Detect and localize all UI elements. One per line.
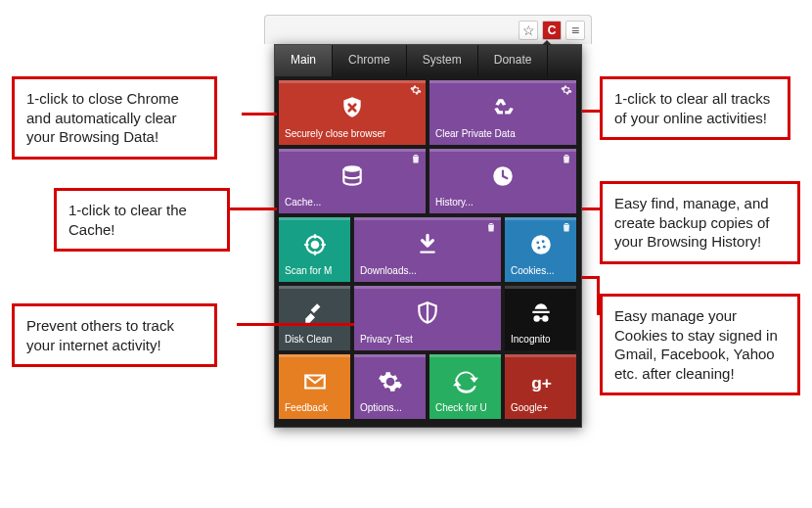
gear-icon[interactable] [410, 84, 422, 96]
callout-clear-cache: 1-click to clear the Cache! [54, 188, 230, 252]
tile-securely-close-browser[interactable]: Securely close browser [279, 80, 426, 145]
connector [582, 110, 600, 113]
callout-history: Easy find, manage, and create backup cop… [600, 181, 800, 264]
refresh-icon [435, 360, 495, 402]
broom-icon [285, 292, 344, 334]
database-icon [285, 155, 420, 197]
tab-main[interactable]: Main [275, 45, 333, 76]
googleplus-icon: g+ [511, 360, 570, 402]
tile-label: Privacy Test [360, 334, 495, 345]
tile-grid: Securely close browser Clear Private Dat… [275, 76, 581, 423]
tile-history[interactable]: History... [429, 149, 576, 213]
callout-clear-tracks: 1-click to clear all tracks of your onli… [600, 76, 790, 140]
trash-icon[interactable] [561, 153, 572, 164]
tile-label: Google+ [511, 402, 570, 413]
svg-point-5 [536, 241, 539, 244]
callout-close-chrome: 1-click to close Chrome and automaticall… [12, 76, 217, 160]
tile-scan-malware[interactable]: Scan for M [279, 217, 350, 282]
trash-icon[interactable] [561, 221, 572, 233]
tile-label: Clear Private Data [435, 128, 570, 139]
svg-point-7 [542, 245, 545, 248]
tab-chrome[interactable]: Chrome [333, 45, 407, 76]
tile-label: Disk Clean [285, 334, 344, 345]
tile-label: Incognito [511, 334, 570, 345]
callout-prevent-track: Prevent others to track your internet ac… [12, 303, 217, 367]
callout-cookies: Easy manage your Cookies to stay signed … [600, 294, 800, 395]
tile-label: Feedback [285, 402, 344, 413]
extension-popup: Main Chrome System Donate Securely close… [274, 44, 582, 428]
tile-label: Downloads... [360, 265, 495, 276]
tab-donate[interactable]: Donate [478, 45, 549, 76]
tile-cache[interactable]: Cache... [279, 149, 426, 213]
menu-icon[interactable]: ≡ [565, 21, 585, 40]
svg-point-3 [311, 241, 318, 248]
tile-disk-clean[interactable]: Disk Clean [279, 286, 350, 350]
tile-google-plus[interactable]: g+ Google+ [505, 354, 576, 419]
tile-check-update[interactable]: Check for U [429, 354, 501, 419]
tile-options[interactable]: Options... [354, 354, 426, 419]
trash-icon[interactable] [410, 153, 422, 164]
mail-icon [285, 360, 344, 402]
incognito-icon [511, 292, 570, 334]
tile-label: Securely close browser [285, 128, 420, 139]
tile-label: Cache... [285, 197, 420, 208]
target-icon [285, 223, 344, 265]
tile-label: Check for U [435, 402, 495, 413]
connector [597, 276, 600, 315]
clock-icon [435, 155, 570, 197]
bookmark-star-icon[interactable]: ☆ [519, 21, 538, 40]
trash-icon[interactable] [485, 221, 497, 233]
tile-clear-private-data[interactable]: Clear Private Data [429, 80, 576, 145]
gear-icon [360, 360, 420, 402]
tile-privacy-test[interactable]: Privacy Test [354, 286, 501, 350]
tile-label: Cookies... [511, 265, 570, 276]
svg-point-4 [531, 235, 551, 254]
tab-bar: Main Chrome System Donate [275, 45, 581, 76]
tile-feedback[interactable]: Feedback [279, 354, 350, 419]
tile-label: Scan for M [285, 265, 344, 276]
svg-point-6 [541, 240, 544, 243]
connector [242, 113, 277, 115]
download-icon [360, 223, 495, 265]
tile-label: Options... [360, 402, 420, 413]
shield-x-icon [285, 86, 420, 128]
tile-label: History... [435, 197, 570, 208]
tile-downloads[interactable]: Downloads... [354, 217, 501, 282]
svg-text:g+: g+ [531, 372, 552, 392]
connector [230, 208, 277, 210]
svg-point-8 [537, 246, 540, 249]
svg-point-0 [343, 165, 360, 172]
gear-icon[interactable] [561, 84, 572, 96]
recycle-icon [435, 86, 570, 128]
connector [237, 323, 354, 326]
tile-cookies[interactable]: Cookies... [505, 217, 576, 282]
tile-incognito[interactable]: Incognito [505, 286, 576, 350]
connector [582, 208, 600, 210]
shield-icon [360, 292, 495, 334]
tab-system[interactable]: System [407, 45, 478, 76]
